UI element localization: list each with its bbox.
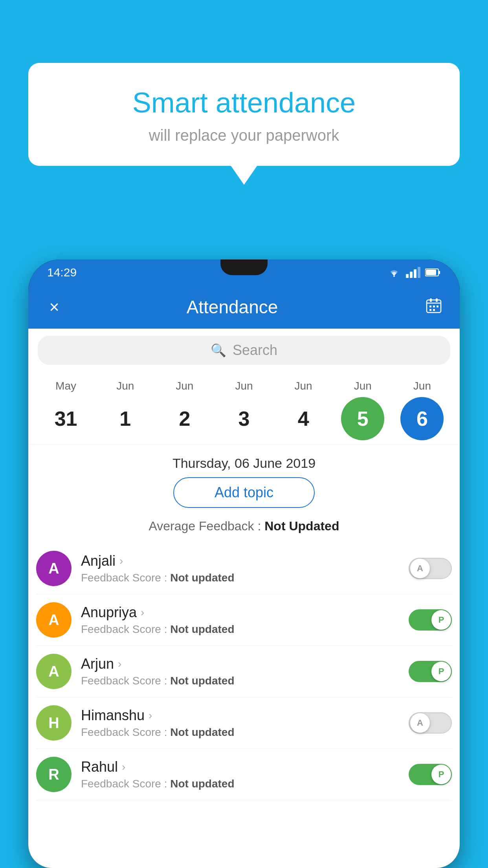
speech-bubble-title: Smart attendance [48,86,440,119]
feedback-score: Feedback Score : Not updated [81,675,409,687]
attendance-toggle[interactable]: A [409,558,452,579]
notch [220,259,268,275]
svg-point-0 [393,276,395,277]
svg-rect-6 [430,298,432,302]
cal-month-label: May [55,380,76,392]
calendar-day[interactable]: Jun 1 [100,380,151,440]
svg-rect-8 [429,305,431,307]
status-time: 14:29 [47,266,77,279]
student-info: Rahul › Feedback Score : Not updated [81,759,409,790]
student-name: Rahul › [81,759,409,775]
search-input[interactable]: 🔍 Search [38,336,450,365]
svg-rect-10 [437,305,438,307]
student-info: Arjun › Feedback Score : Not updated [81,656,409,687]
svg-rect-11 [429,309,431,311]
student-info: Anjali › Feedback Score : Not updated [81,553,409,584]
average-feedback: Average Feedback : Not Updated [28,519,460,533]
attendance-toggle[interactable]: P [409,764,452,785]
selected-date-label: Thursday, 06 June 2019 [28,445,460,477]
chevron-right-icon: › [149,709,152,722]
cal-date-label: 2 [163,397,206,440]
feedback-score: Feedback Score : Not updated [81,572,409,584]
cal-month-label: Jun [413,380,431,392]
phone-content: 🔍 Search May 31 Jun 1 Jun 2 Jun 3 Jun 4 … [28,329,460,868]
student-item[interactable]: A Anjali › Feedback Score : Not updated … [36,543,452,594]
cal-month-label: Jun [354,380,372,392]
chevron-right-icon: › [122,761,125,773]
avatar: H [36,705,72,741]
svg-rect-9 [433,305,435,307]
student-item[interactable]: H Himanshu › Feedback Score : Not update… [36,697,452,749]
avatar: R [36,757,72,792]
student-item[interactable]: A Anupriya › Feedback Score : Not update… [36,594,452,646]
student-name: Anupriya › [81,604,409,621]
avg-feedback-value: Not Updated [264,519,339,533]
speech-bubble-subtitle: will replace your paperwork [48,127,440,144]
toggle-knob: P [431,662,451,681]
cal-date-label: 31 [44,397,88,440]
add-topic-button[interactable]: Add topic [173,477,315,508]
calendar-day[interactable]: Jun 2 [159,380,210,440]
search-placeholder: Search [233,342,277,359]
app-title: Attendance [42,296,422,318]
app-bar: × Attendance [28,285,460,329]
student-item[interactable]: A Arjun › Feedback Score : Not updated P [36,646,452,697]
student-name: Anjali › [81,553,409,569]
calendar-day[interactable]: Jun 6 [396,380,448,440]
wifi-icon [387,267,401,278]
feedback-score: Feedback Score : Not updated [81,726,409,739]
speech-bubble: Smart attendance will replace your paper… [28,63,460,166]
avg-feedback-label: Average Feedback : [149,519,265,533]
cal-month-label: Jun [235,380,253,392]
toggle-knob: A [410,713,430,733]
calendar-day[interactable]: Jun 4 [278,380,329,440]
toggle-knob: P [431,610,451,630]
chevron-right-icon: › [118,658,121,670]
avatar: A [36,654,72,689]
student-item[interactable]: R Rahul › Feedback Score : Not updated P [36,749,452,800]
chevron-right-icon: › [119,555,123,567]
student-info: Anupriya › Feedback Score : Not updated [81,604,409,636]
cal-date-label: 6 [400,397,444,440]
svg-rect-7 [436,298,438,302]
attendance-toggle[interactable]: A [409,712,452,734]
calendar-button[interactable] [422,297,446,318]
cal-month-label: Jun [116,380,134,392]
cal-date-label: 5 [341,397,384,440]
calendar-day[interactable]: Jun 5 [337,380,388,440]
calendar-day[interactable]: Jun 3 [218,380,270,440]
cal-date-label: 3 [222,397,266,440]
avatar: A [36,602,72,638]
search-bar: 🔍 Search [28,329,460,372]
student-info: Himanshu › Feedback Score : Not updated [81,707,409,739]
svg-rect-2 [438,271,440,274]
status-bar: 14:29 [28,259,460,285]
feedback-score: Feedback Score : Not updated [81,623,409,636]
battery-icon [425,268,441,277]
feedback-score: Feedback Score : Not updated [81,778,409,790]
student-name: Himanshu › [81,707,409,724]
phone-frame: 14:29 × At [28,259,460,868]
student-list: A Anjali › Feedback Score : Not updated … [28,543,460,800]
cal-month-label: Jun [295,380,312,392]
cal-month-label: Jun [176,380,193,392]
toggle-knob: A [410,559,430,578]
signal-icon [406,267,420,278]
svg-rect-12 [433,309,435,311]
svg-rect-3 [426,270,436,275]
calendar-strip: May 31 Jun 1 Jun 2 Jun 3 Jun 4 Jun 5 Jun… [28,372,460,445]
toggle-knob: P [431,765,451,784]
cal-date-label: 1 [104,397,147,440]
status-icons [387,267,441,278]
attendance-toggle[interactable]: P [409,609,452,631]
avatar: A [36,551,72,586]
calendar-day[interactable]: May 31 [40,380,92,440]
attendance-toggle[interactable]: P [409,661,452,682]
chevron-right-icon: › [141,606,144,619]
search-icon: 🔍 [211,343,226,358]
student-name: Arjun › [81,656,409,672]
cal-date-label: 4 [282,397,325,440]
